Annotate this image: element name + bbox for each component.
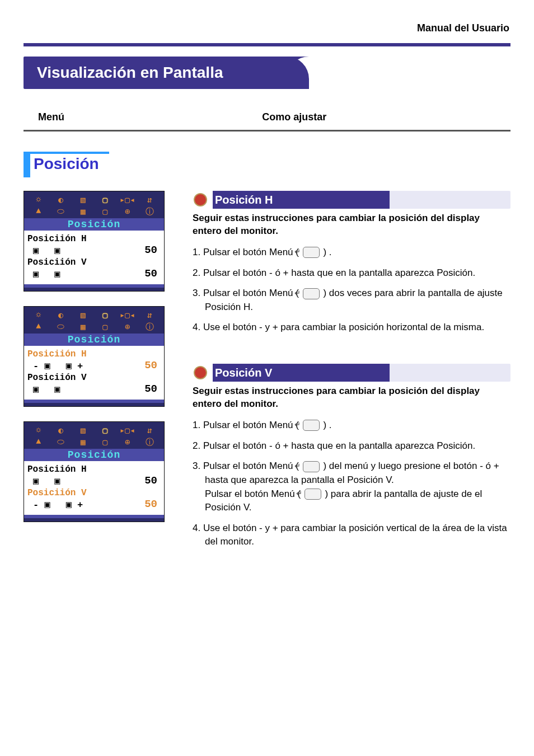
osd-v-value-active: 50 xyxy=(144,498,157,510)
osd-icon: ▢ xyxy=(94,206,116,217)
page-title: Visualización en Pantalla xyxy=(24,57,510,89)
section-h-step2: 2. Pulsar el botón - ó + hasta que en la… xyxy=(193,266,510,280)
osd-v-value: 50 xyxy=(144,383,157,395)
osd-h-label: Posiciión H xyxy=(27,464,161,475)
section-h-step1: 1. Pulsar el botón Menú ( ) . xyxy=(193,246,510,260)
section-h-title: Posición H xyxy=(213,194,273,206)
info-icon: ⓘ xyxy=(138,322,161,332)
menu-button-icon xyxy=(303,288,320,299)
menu-button-icon xyxy=(303,420,320,431)
osd-icon-grid: ☼ ◐ ▧ ▢ ▸▢◂ ⇵ ▲ ⬭ ▦ ▢ ⊕ ⓘ xyxy=(24,191,164,218)
osd-screenshot-column: ☼ ◐ ▧ ▢ ▸▢◂ ⇵ ▲ ⬭ ▦ ▢ ⊕ ⓘ Posición Posic… xyxy=(24,191,163,522)
osd-h-label-active: Posiciión H xyxy=(27,349,161,359)
contrast-icon: ◐ xyxy=(50,310,72,321)
contrast-icon: ◐ xyxy=(50,195,72,205)
section-position-v: Posición V Seguir estas instrucciones pa… xyxy=(193,364,510,549)
clock-icon: ⊕ xyxy=(116,206,139,217)
menu-column-label: Menú xyxy=(24,111,262,123)
menu-button-icon xyxy=(303,247,320,258)
section-v-step3: 3. Pulsar el botón Menú ( ) del menú y l… xyxy=(193,459,510,515)
size-icon: ▸▢◂ xyxy=(116,310,139,321)
h-adjust-icons: ▣▣ xyxy=(27,245,60,256)
section-h-step4: 4. Use el botón - y + para cambiar la po… xyxy=(193,321,510,335)
h-adjust-icons: ▣▣ xyxy=(27,475,60,487)
language-icon: ⇵ xyxy=(138,310,161,321)
info-icon: ⓘ xyxy=(138,206,161,217)
osd-title: Posición xyxy=(24,218,164,231)
section-h-step3: 3. Pulsar el botón Menú ( ) dos veces pa… xyxy=(193,287,510,314)
section-position-h: Posición H Seguir estas instrucciones pa… xyxy=(193,191,510,335)
position-heading: Posición xyxy=(34,155,99,172)
brightness-icon: ☼ xyxy=(27,310,50,321)
clock-icon: ⊕ xyxy=(116,437,139,448)
clock-icon: ⊕ xyxy=(116,322,139,332)
osd-icon: ▢ xyxy=(94,437,116,448)
bullet-icon xyxy=(194,366,207,379)
v-adjust-icons-active: - ▣▣ + xyxy=(27,499,83,510)
position-icon: ▢ xyxy=(94,195,116,205)
color-icon: ⬭ xyxy=(50,437,72,448)
image-icon: ▦ xyxy=(72,206,94,217)
position-heading-block: Posición xyxy=(24,152,109,177)
page-title-block: Visualización en Pantalla xyxy=(24,57,510,89)
info-icon: ⓘ xyxy=(138,437,161,448)
position-icon: ▢ xyxy=(94,425,116,436)
section-v-intro: Seguir estas instrucciones para cambiar … xyxy=(193,385,510,411)
osd-h-label: Posiciión H xyxy=(27,234,161,244)
manual-title: Manual del Usuario xyxy=(24,22,510,43)
color-icon: ⬭ xyxy=(50,322,72,332)
brightness-icon: ☼ xyxy=(27,425,50,436)
sharpness-icon: ▧ xyxy=(72,425,94,436)
section-v-step4: 4. Use el botón - y + para cambiar la po… xyxy=(193,522,510,549)
image-icon: ▦ xyxy=(72,322,94,332)
reset-icon: ▲ xyxy=(27,322,50,332)
h-adjust-icons-active: - ▣▣ + xyxy=(27,360,83,372)
v-adjust-icons: ▣▣ xyxy=(27,268,60,280)
language-icon: ⇵ xyxy=(138,425,161,436)
osd-icon-grid: ☼ ◐ ▧ ▢ ▸▢◂ ⇵ ▲ ⬭ ▦ ▢ ⊕ ⓘ xyxy=(24,307,164,334)
osd-panel-h-selected: ☼ ◐ ▧ ▢ ▸▢◂ ⇵ ▲ ⬭ ▦ ▢ ⊕ ⓘ Posición Posic… xyxy=(24,306,165,407)
size-icon: ▸▢◂ xyxy=(116,425,139,436)
v-adjust-icons: ▣▣ xyxy=(27,383,60,395)
reset-icon: ▲ xyxy=(27,206,50,217)
section-v-step2: 2. Pulsar el botón - ó + hasta que en la… xyxy=(193,439,510,453)
color-icon: ⬭ xyxy=(50,206,72,217)
osd-v-value: 50 xyxy=(144,267,157,280)
image-icon: ▦ xyxy=(72,437,94,448)
menu-button-icon xyxy=(303,461,320,472)
subheader-row: Menú Como ajustar xyxy=(24,108,510,132)
osd-title: Posición xyxy=(24,334,164,346)
osd-h-value: 50 xyxy=(144,475,157,487)
osd-panel-v-selected: ☼ ◐ ▧ ▢ ▸▢◂ ⇵ ▲ ⬭ ▦ ▢ ⊕ ⓘ Posición Posic… xyxy=(24,421,165,522)
brightness-icon: ☼ xyxy=(27,195,50,205)
header-divider xyxy=(24,43,510,46)
osd-h-value: 50 xyxy=(144,244,157,256)
position-icon: ▢ xyxy=(94,310,116,321)
howto-column-label: Como ajustar xyxy=(262,111,326,123)
contrast-icon: ◐ xyxy=(50,425,72,436)
osd-v-label-active: Posiciión V xyxy=(27,488,161,498)
section-h-intro: Seguir estas instrucciones para cambiar … xyxy=(193,212,510,238)
osd-title: Posición xyxy=(24,449,164,461)
sharpness-icon: ▧ xyxy=(72,195,94,205)
menu-button-icon xyxy=(305,489,321,500)
osd-panel-default: ☼ ◐ ▧ ▢ ▸▢◂ ⇵ ▲ ⬭ ▦ ▢ ⊕ ⓘ Posición Posic… xyxy=(24,191,165,292)
sharpness-icon: ▧ xyxy=(72,310,94,321)
section-v-step1: 1. Pulsar el botón Menú ( ) . xyxy=(193,419,510,433)
osd-icon: ▢ xyxy=(94,322,116,332)
section-v-title: Posición V xyxy=(213,367,272,379)
osd-v-label: Posiciión V xyxy=(27,257,161,267)
size-icon: ▸▢◂ xyxy=(116,195,139,205)
language-icon: ⇵ xyxy=(138,195,161,205)
osd-v-label: Posiciión V xyxy=(27,373,161,383)
osd-h-value-active: 50 xyxy=(144,359,157,372)
bullet-icon xyxy=(194,193,207,206)
osd-icon-grid: ☼ ◐ ▧ ▢ ▸▢◂ ⇵ ▲ ⬭ ▦ ▢ ⊕ ⓘ xyxy=(24,422,164,449)
reset-icon: ▲ xyxy=(27,437,50,448)
page: Manual del Usuario Visualización en Pant… xyxy=(0,0,534,608)
